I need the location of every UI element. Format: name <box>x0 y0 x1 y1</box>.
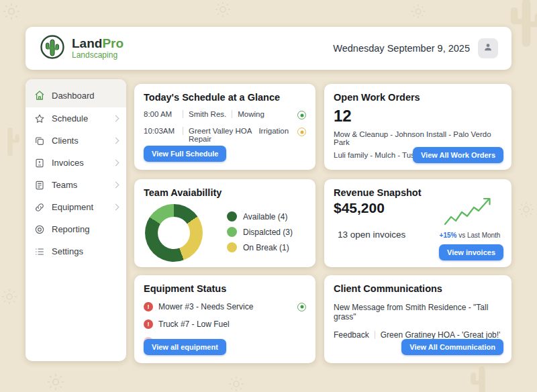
sidebar: Dashboard Schedule Clients Invoices <box>26 79 126 361</box>
chevron-right-icon <box>113 204 119 211</box>
legend-item: Dispalcted (3) <box>227 227 293 237</box>
brand-text: LandPro Landscaping <box>72 37 124 60</box>
alert-icon: ! <box>144 320 153 329</box>
donut-hole <box>158 217 190 249</box>
cactus-decor-icon <box>509 0 537 50</box>
legend-dot <box>227 242 237 252</box>
sidebar-item-dashboard[interactable]: Dashboard <box>26 79 126 107</box>
legend-label: Available (4) <box>243 212 287 222</box>
card-title: Open Work Orders <box>324 84 511 103</box>
sidebar-item-label: Settings <box>52 246 83 256</box>
communication-text: Green Gratiney HOA - 'Great job!' <box>381 330 501 340</box>
teams-icon <box>34 179 45 191</box>
card-title: Today's Schedule at a Glance <box>134 84 315 103</box>
clients-icon <box>34 135 45 146</box>
cactus-decor-icon <box>470 362 494 392</box>
card-title: Client Communications <box>324 275 511 294</box>
legend-dot <box>227 227 237 237</box>
sidebar-item-label: Teams <box>52 180 77 190</box>
view-all-work-orders-button[interactable]: View All Work Orders <box>413 147 503 163</box>
chevron-right-icon <box>113 160 119 166</box>
card-open-work-orders: Open Work Orders 12 Mow & Cleanup - John… <box>324 84 511 170</box>
equipment-row: ! Mower #3 - Needs Service <box>134 302 315 311</box>
sidebar-item-label: Equipment <box>52 202 93 212</box>
sidebar-item-settings[interactable]: Settings <box>26 240 126 262</box>
view-full-schedule-button[interactable]: View Full Schedule <box>144 146 226 162</box>
card-title: Equipment Status <box>134 275 315 294</box>
sun-decor-icon <box>3 3 20 20</box>
brand-subtitle: Landscaping <box>72 50 124 60</box>
sun-decor-icon <box>411 4 426 19</box>
card-client-communications: Client Communications New Message from S… <box>324 275 511 363</box>
sun-decor-icon <box>518 201 534 217</box>
card-title: Revenue Snapshot <box>324 179 511 198</box>
separator <box>232 110 232 118</box>
sun-decor-icon <box>215 1 231 17</box>
view-all-equipment-button[interactable]: View all equipment <box>144 339 226 355</box>
sidebar-item-equipment[interactable]: Equipment <box>26 196 126 218</box>
chevron-right-icon <box>113 182 119 189</box>
invoice-icon <box>34 157 45 168</box>
trend-percent: +15% <box>440 232 457 239</box>
sidebar-item-clients[interactable]: Clients <box>26 130 126 152</box>
sun-decor-icon <box>47 373 64 391</box>
team-legend: Available (4) Dispalcted (3) On Break (1… <box>227 211 293 258</box>
sidebar-item-label: Reporting <box>52 224 89 234</box>
schedule-client: Smith Res. <box>189 110 226 118</box>
sidebar-item-label: Clients <box>52 136 79 146</box>
brand-name: LandPro <box>72 37 124 50</box>
work-orders-line: Mow & Cleanup - Johnson Install - Palo V… <box>324 130 511 146</box>
legend-label: On Break (1) <box>243 243 289 252</box>
dashboard-page: LandPro Landscaping Wednesday September … <box>0 0 537 392</box>
separator <box>375 331 375 339</box>
sidebar-item-label: Dashboard <box>52 91 95 101</box>
card-team-availability: Team Avaiabillity Available (4) Dispalct… <box>134 179 315 267</box>
view-all-communication-button[interactable]: View All Communication <box>401 339 503 355</box>
chevron-right-icon <box>113 138 119 144</box>
equipment-text: Truck #7 - Low Fuel <box>158 320 230 329</box>
work-orders-count: 12 <box>324 103 511 126</box>
status-green-icon <box>297 303 306 311</box>
equipment-row: ! Truck #7 - Low Fuel <box>134 320 315 329</box>
legend-item: On Break (1) <box>227 242 293 252</box>
card-revenue-snapshot: Revenue Snapshot $45,200 13 open invoice… <box>324 179 511 267</box>
trend-label: vs Last Month <box>456 232 500 239</box>
header: LandPro Landscaping Wednesday September … <box>26 27 511 70</box>
card-equipment-status: Equipment Status ! Mower #3 - Needs Serv… <box>134 275 315 363</box>
sidebar-item-reporting[interactable]: Reporting <box>26 218 126 240</box>
person-icon <box>483 42 493 55</box>
sidebar-item-schedule[interactable]: Schedule <box>26 107 126 130</box>
chevron-right-icon <box>113 115 119 122</box>
schedule-time: 10:03AM <box>144 127 177 135</box>
sidebar-item-label: Schedule <box>52 113 88 124</box>
alert-icon: ! <box>144 302 153 311</box>
sun-decor-icon <box>1 289 17 305</box>
home-icon <box>34 90 45 101</box>
separator <box>183 127 183 135</box>
schedule-row: 8:00 AM Smith Res. Mowing <box>134 110 315 119</box>
cactus-logo-icon <box>39 34 66 63</box>
sidebar-item-label: Invoices <box>52 158 84 168</box>
schedule-time: 8:00 AM <box>144 110 177 118</box>
schedule-client: Greert Valley HOA <box>189 127 252 135</box>
reporting-target-icon <box>34 224 45 235</box>
trend-caption: +15% vs Last Month <box>439 232 501 239</box>
sun-decor-icon <box>228 376 244 392</box>
legend-item: Available (4) <box>227 211 293 222</box>
equipment-link-icon <box>34 201 45 213</box>
cactus-decor-icon <box>0 121 20 161</box>
card-todays-schedule: Today's Schedule at a Glance 8:00 AM Smi… <box>134 84 315 170</box>
view-invoices-button[interactable]: View invoices <box>439 244 503 260</box>
brand-logo: LandPro Landscaping <box>39 34 124 63</box>
star-icon <box>34 113 45 124</box>
user-avatar[interactable] <box>478 38 498 58</box>
settings-list-icon <box>34 246 45 257</box>
separator <box>183 110 183 118</box>
legend-dot <box>227 211 237 222</box>
card-title: Team Avaiabillity <box>134 179 315 198</box>
communication-type: Feedback <box>334 330 369 340</box>
team-donut-chart <box>145 204 203 262</box>
sidebar-item-invoices[interactable]: Invoices <box>26 152 126 174</box>
sidebar-item-teams[interactable]: Teams <box>26 174 126 196</box>
equipment-text: Mower #3 - Needs Service <box>158 302 253 311</box>
